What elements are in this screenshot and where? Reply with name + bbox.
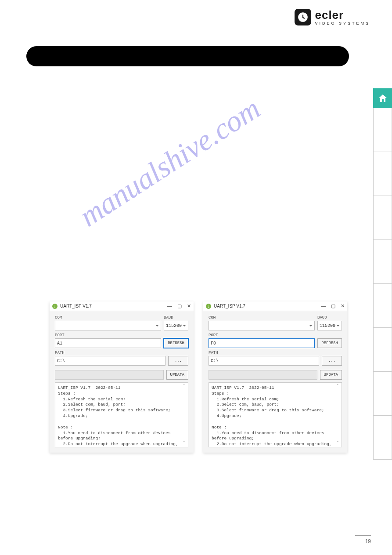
- path-input[interactable]: [55, 356, 165, 366]
- scroll-up-icon[interactable]: ˄: [334, 384, 341, 389]
- baud-label: BAUD: [317, 316, 342, 320]
- refresh-button[interactable]: REFRESH: [164, 338, 188, 348]
- progress-bar: [55, 370, 164, 380]
- watermark-text: manualshive.com: [73, 91, 267, 233]
- com-label: COM: [209, 316, 315, 320]
- scrollbar[interactable]: ˄˅: [181, 384, 187, 446]
- scroll-down-icon[interactable]: ˅: [334, 441, 341, 446]
- browse-button[interactable]: ...: [322, 356, 342, 366]
- sidebar-home-button[interactable]: [373, 88, 392, 108]
- minimize-button[interactable]: —: [167, 303, 172, 309]
- scrollbar[interactable]: ˄˅: [334, 384, 341, 446]
- com-select[interactable]: [55, 321, 161, 330]
- log-content: UART_ISP V1.7 2022-05-11 Steps : 1.Refre…: [58, 385, 180, 447]
- home-icon: [378, 93, 388, 104]
- brand-subtitle: VIDEO SYSTEMS: [315, 22, 370, 25]
- baud-label: BAUD: [164, 316, 188, 320]
- close-button[interactable]: ✕: [341, 303, 345, 309]
- window-title: UART_ISP V1.7: [60, 304, 165, 308]
- update-button[interactable]: UPDATA: [320, 370, 342, 380]
- sidebar-item[interactable]: [373, 108, 392, 152]
- com-select[interactable]: [209, 321, 315, 330]
- page-footer-rule: [355, 535, 371, 536]
- app-icon: ↓: [52, 304, 58, 309]
- sidebar-item[interactable]: [373, 372, 392, 416]
- scroll-down-icon[interactable]: ˅: [181, 441, 187, 446]
- sidebar-item[interactable]: [373, 152, 392, 196]
- refresh-button[interactable]: REFRESH: [317, 338, 342, 348]
- baud-select[interactable]: 115200: [164, 321, 188, 330]
- page-number: 19: [365, 538, 371, 544]
- update-button[interactable]: UPDATA: [166, 370, 188, 380]
- sidebar-item[interactable]: [373, 284, 392, 328]
- browse-button[interactable]: ...: [168, 356, 188, 366]
- port-label: PORT: [209, 333, 315, 337]
- log-content: UART_ISP V1.7 2022-05-11 Steps : 1.Refre…: [212, 385, 334, 447]
- uart-window-b: ↓ UART_ISP V1.7 — ▢ ✕ COM BAUD 115200: [203, 301, 347, 453]
- minimize-button[interactable]: —: [321, 303, 326, 309]
- close-button[interactable]: ✕: [187, 303, 191, 309]
- path-label: PATH: [209, 351, 319, 355]
- sidebar-item[interactable]: [373, 328, 392, 372]
- window-titlebar[interactable]: ↓ UART_ISP V1.7 — ▢ ✕: [203, 301, 347, 311]
- progress-bar: [209, 370, 317, 380]
- port-label: PORT: [55, 333, 161, 337]
- sidebar-item[interactable]: [373, 240, 392, 284]
- brand-logo-text: ecler VIDEO SYSTEMS: [315, 9, 370, 25]
- window-titlebar[interactable]: ↓ UART_ISP V1.7 — ▢ ✕: [50, 301, 194, 311]
- section-header-bar: [26, 46, 349, 66]
- uart-window-a: ↓ UART_ISP V1.7 — ▢ ✕ COM BAUD 115200: [50, 301, 194, 453]
- app-icon: ↓: [206, 304, 211, 309]
- sidebar-item[interactable]: [373, 416, 392, 460]
- brand-logo: ecler VIDEO SYSTEMS: [295, 9, 370, 25]
- baud-select[interactable]: 115200: [317, 321, 342, 330]
- window-title: UART_ISP V1.7: [214, 304, 318, 308]
- sidebar-item[interactable]: [373, 196, 392, 240]
- port-input[interactable]: [209, 338, 315, 348]
- brand-logo-mark: [295, 9, 311, 25]
- scroll-up-icon[interactable]: ˄: [181, 384, 187, 389]
- sidebar-nav: [373, 88, 392, 460]
- maximize-button[interactable]: ▢: [331, 303, 335, 309]
- port-input[interactable]: [55, 338, 161, 348]
- com-label: COM: [55, 316, 161, 320]
- path-input[interactable]: [209, 356, 319, 366]
- maximize-button[interactable]: ▢: [177, 303, 182, 309]
- path-label: PATH: [55, 351, 165, 355]
- log-textarea[interactable]: UART_ISP V1.7 2022-05-11 Steps : 1.Refre…: [55, 382, 188, 447]
- brand-name: ecler: [315, 9, 370, 21]
- log-textarea[interactable]: UART_ISP V1.7 2022-05-11 Steps : 1.Refre…: [209, 382, 342, 447]
